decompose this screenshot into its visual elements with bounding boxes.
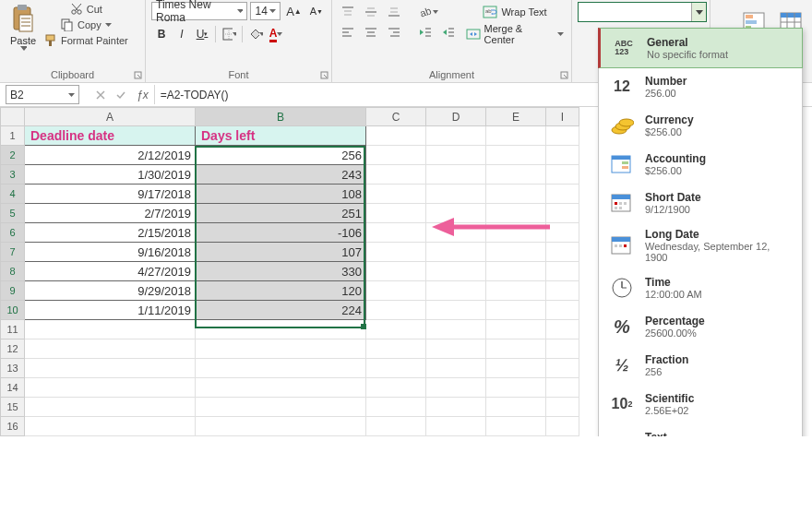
cell-A3[interactable]: 1/30/2019: [25, 165, 196, 185]
cell-B4[interactable]: 108: [196, 185, 366, 204]
align-middle-icon: [364, 5, 378, 19]
cell-A1[interactable]: Deadline date: [25, 126, 196, 146]
col-header-A[interactable]: A: [25, 108, 196, 126]
row-header-7[interactable]: 7: [1, 243, 25, 262]
row-header-5[interactable]: 5: [1, 204, 25, 223]
merge-center-button[interactable]: Merge & Center: [464, 22, 566, 46]
cell-D1[interactable]: [426, 126, 486, 146]
cell-B7[interactable]: 107: [196, 243, 366, 262]
dialog-launcher-icon[interactable]: [560, 71, 569, 80]
cell-B3[interactable]: 243: [196, 165, 366, 185]
numfmt-item-text[interactable]: ABC Text256: [599, 423, 802, 436]
cell-A6[interactable]: 2/15/2018: [25, 223, 196, 243]
dialog-launcher-icon[interactable]: [134, 71, 143, 80]
cut-button[interactable]: Cut: [42, 2, 130, 17]
cell-B2[interactable]: 256: [196, 146, 366, 165]
align-top-button[interactable]: [338, 4, 358, 20]
fill-color-button[interactable]: [245, 24, 266, 44]
row-header-8[interactable]: 8: [1, 262, 25, 281]
numfmt-item-scientific[interactable]: 102 Scientific2.56E+02: [599, 385, 802, 423]
col-header-B[interactable]: B: [196, 108, 366, 126]
italic-button[interactable]: I: [172, 24, 192, 44]
cell-B10[interactable]: 224: [196, 301, 366, 320]
format-painter-button[interactable]: Format Painter: [42, 33, 130, 48]
paste-button[interactable]: Paste: [6, 2, 41, 52]
cell-B5[interactable]: 251: [196, 204, 366, 223]
wrap-text-button[interactable]: ab Wrap Text: [464, 4, 566, 20]
col-header-D[interactable]: D: [426, 108, 486, 126]
cell-A4[interactable]: 9/17/2018: [25, 185, 196, 204]
row-header-13[interactable]: 13: [1, 359, 25, 378]
number-format-combo[interactable]: [578, 2, 707, 22]
borders-icon: [221, 27, 233, 42]
cell-A8[interactable]: 4/27/2019: [25, 262, 196, 281]
row-header-16[interactable]: 16: [1, 417, 25, 436]
row-header-4[interactable]: 4: [1, 185, 25, 204]
align-middle-button[interactable]: [361, 4, 381, 20]
cell-I1[interactable]: [546, 126, 579, 146]
row-header-6[interactable]: 6: [1, 223, 25, 243]
increase-indent-button[interactable]: [438, 24, 459, 41]
nf-title: Currency: [645, 113, 694, 126]
row-header-9[interactable]: 9: [1, 281, 25, 301]
font-size-combo[interactable]: 14: [250, 2, 281, 20]
numfmt-item-longdate[interactable]: Long DateWednesday, September 12, 1900: [599, 222, 802, 268]
col-header-I[interactable]: I: [546, 108, 579, 126]
decrease-indent-button[interactable]: [415, 24, 436, 41]
numfmt-item-general[interactable]: ABC123 GeneralNo specific format: [598, 28, 803, 68]
cell-A7[interactable]: 9/16/2018: [25, 243, 196, 262]
chevron-down-icon: [433, 10, 438, 14]
cell-B8[interactable]: 330: [196, 262, 366, 281]
font-color-button[interactable]: A: [266, 24, 286, 44]
numfmt-item-time[interactable]: Time12:00:00 AM: [599, 268, 802, 307]
row-header-11[interactable]: 11: [1, 320, 25, 339]
row-header-2[interactable]: 2: [1, 146, 25, 165]
cell-A2[interactable]: 2/12/2019: [25, 146, 196, 165]
cell-E1[interactable]: [486, 126, 546, 146]
orientation-button[interactable]: ab: [415, 4, 441, 20]
col-header-E[interactable]: E: [486, 108, 546, 126]
copy-button[interactable]: Copy: [42, 18, 130, 32]
numfmt-item-fraction[interactable]: ½ Fraction256: [599, 346, 802, 385]
format-painter-label: Format Painter: [61, 35, 128, 46]
numfmt-item-accounting[interactable]: Accounting$256.00: [599, 145, 802, 184]
row-header-3[interactable]: 3: [1, 165, 25, 185]
cell-A10[interactable]: 1/11/2019: [25, 301, 196, 320]
underline-button[interactable]: U▾: [192, 24, 212, 44]
col-header-C[interactable]: C: [366, 108, 426, 126]
paintbrush-icon: [44, 34, 57, 47]
cell-B9[interactable]: 120: [196, 281, 366, 301]
cell-A9[interactable]: 9/29/2018: [25, 281, 196, 301]
name-box[interactable]: B2: [6, 85, 79, 104]
numfmt-item-percentage[interactable]: % Percentage25600.00%: [599, 307, 802, 346]
row-header-15[interactable]: 15: [1, 398, 25, 417]
enter-formula-button[interactable]: [111, 85, 131, 105]
row-header-10[interactable]: 10: [1, 301, 25, 320]
cell-B1[interactable]: Days left: [196, 126, 366, 146]
dialog-launcher-icon[interactable]: [320, 71, 329, 80]
row-header-12[interactable]: 12: [1, 339, 25, 359]
cell-C1[interactable]: [366, 126, 426, 146]
align-center-button[interactable]: [361, 24, 381, 41]
bold-button[interactable]: B: [151, 24, 172, 44]
numfmt-item-currency[interactable]: Currency$256.00: [599, 106, 802, 145]
numfmt-item-number[interactable]: 12 Number256.00: [599, 67, 802, 106]
shrink-font-button[interactable]: A▼: [307, 5, 326, 18]
borders-button[interactable]: [219, 24, 239, 44]
cancel-formula-button[interactable]: [90, 85, 111, 105]
numfmt-item-shortdate[interactable]: Short Date9/12/1900: [599, 184, 802, 222]
grow-font-button[interactable]: A▲: [283, 4, 304, 19]
longdate-format-icon: [608, 232, 636, 259]
align-left-button[interactable]: [338, 24, 358, 41]
orientation-icon: ab: [418, 5, 433, 19]
fx-label[interactable]: ƒx: [137, 89, 149, 101]
number-format-dropdown-arrow[interactable]: [691, 3, 706, 21]
row-header-14[interactable]: 14: [1, 378, 25, 398]
cell-B6[interactable]: -106: [196, 223, 366, 243]
align-right-button[interactable]: [384, 24, 404, 41]
align-bottom-button[interactable]: [384, 4, 404, 20]
cell-A5[interactable]: 2/7/2019: [25, 204, 196, 223]
select-all-corner[interactable]: [1, 108, 25, 126]
row-header-1[interactable]: 1: [1, 126, 25, 146]
font-name-combo[interactable]: Times New Roma: [151, 2, 247, 20]
